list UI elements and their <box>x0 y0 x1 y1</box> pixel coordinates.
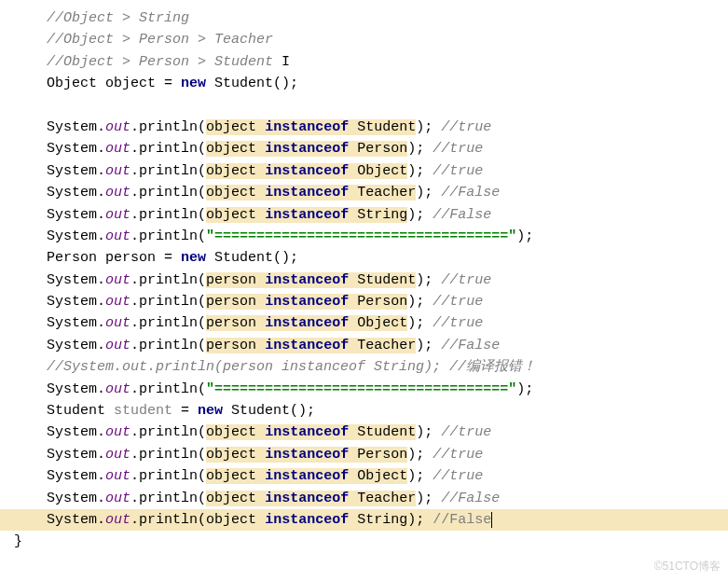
highlight: object instanceof Student <box>206 119 416 135</box>
keyword-new: new <box>181 76 206 91</box>
comment-compile-error: //System.out.println(person instanceof S… <box>47 359 536 375</box>
highlight: person instanceof Student <box>206 272 416 288</box>
variable: person <box>105 250 156 266</box>
code-line: System.out.println(object instanceof Str… <box>47 204 728 226</box>
text-cursor-icon: I <box>273 54 290 70</box>
code-line: //Object > Person > Teacher <box>47 29 728 50</box>
code-line: Person person = new Student(); <box>47 247 728 269</box>
string-literal: "===================================" <box>206 228 516 244</box>
highlight: object instanceof Object <box>206 163 407 179</box>
highlight: person instanceof Object <box>206 315 407 331</box>
code-line: System.out.println(object instanceof Stu… <box>47 422 728 443</box>
code-line: System.out.println(object instanceof Obj… <box>47 465 728 487</box>
keyword-instanceof: instanceof <box>265 119 349 135</box>
code-line: System.out.println(person instanceof Obj… <box>47 312 728 334</box>
blank-line <box>47 95 728 117</box>
type: Student <box>214 76 273 91</box>
code-line: System.out.println(object instanceof Per… <box>47 138 728 159</box>
variable-unused: student <box>114 403 172 419</box>
code-line-selected: System.out.println(object instanceof Str… <box>0 509 728 531</box>
code-line: System.out.println(object instanceof Tea… <box>47 488 728 509</box>
highlight: object instanceof Object <box>206 468 407 484</box>
code-line: Student student = new Student(); <box>47 400 728 422</box>
type: Object <box>47 76 97 91</box>
comment-with-caret: //False <box>433 512 492 528</box>
code-line: System.out.println(person instanceof Per… <box>47 291 728 312</box>
highlight: object instanceof String <box>206 207 407 223</box>
highlight: object instanceof Student <box>206 424 416 440</box>
code-line: System.out.println(object instanceof Stu… <box>47 117 728 138</box>
code-line: //System.out.println(person instanceof S… <box>47 356 728 378</box>
comment: //Object > Person > Student <box>47 54 273 70</box>
highlight: object instanceof Teacher <box>206 491 416 506</box>
closing-brace: } <box>14 531 728 552</box>
string-literal: "===================================" <box>206 381 516 397</box>
code-line: //Object > String <box>47 7 728 29</box>
code-line: System.out.println("====================… <box>47 379 728 400</box>
highlight: object instanceof Teacher <box>206 185 416 201</box>
code-block: //Object > String //Object > Person > Te… <box>47 7 728 531</box>
comment: //Object > Person > Teacher <box>47 32 273 48</box>
highlight: object instanceof Person <box>206 141 407 157</box>
code-line: //Object > Person > Student I <box>47 51 728 73</box>
field-out: out <box>105 119 130 135</box>
highlight: person instanceof Person <box>206 294 407 310</box>
code-line: Object object = new Student(); <box>47 73 728 94</box>
code-line: System.out.println(person instanceof Tea… <box>47 335 728 356</box>
code-line: System.out.println(object instanceof Per… <box>47 444 728 465</box>
code-line: System.out.println(object instanceof Tea… <box>47 182 728 203</box>
code-line: System.out.println(object instanceof Obj… <box>47 160 728 182</box>
code-line: System.out.println("====================… <box>47 226 728 247</box>
highlight: object instanceof Person <box>206 447 407 463</box>
code-line: System.out.println(person instanceof Stu… <box>47 270 728 291</box>
comment: //true <box>441 119 491 135</box>
comment: //Object > String <box>47 10 189 26</box>
highlight: person instanceof Teacher <box>206 338 416 353</box>
variable: object <box>105 76 156 91</box>
